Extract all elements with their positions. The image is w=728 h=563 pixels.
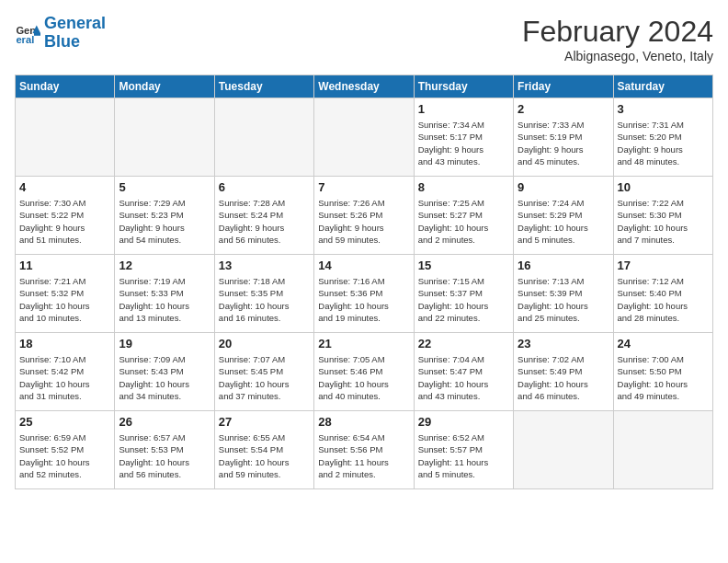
page-header: Gen eral General Blue February 2024 Albi… (15, 15, 713, 63)
calendar-cell: 18Sunrise: 7:10 AMSunset: 5:42 PMDayligh… (16, 333, 115, 411)
day-number: 4 (19, 180, 110, 194)
day-info: Sunrise: 7:02 AMSunset: 5:49 PMDaylight:… (518, 353, 609, 402)
day-number: 20 (219, 337, 310, 350)
day-info: Sunrise: 7:16 AMSunset: 5:36 PMDaylight:… (318, 275, 409, 324)
calendar-cell: 24Sunrise: 7:00 AMSunset: 5:50 PMDayligh… (613, 333, 712, 411)
day-number: 2 (518, 102, 609, 116)
day-info: Sunrise: 7:10 AMSunset: 5:42 PMDaylight:… (19, 353, 110, 402)
day-number: 29 (418, 415, 509, 429)
day-number: 7 (318, 180, 409, 194)
header-sunday: Sunday (16, 75, 115, 98)
calendar-cell: 22Sunrise: 7:04 AMSunset: 5:47 PMDayligh… (414, 333, 513, 411)
calendar-cell: 12Sunrise: 7:19 AMSunset: 5:33 PMDayligh… (115, 255, 214, 333)
day-info: Sunrise: 7:18 AMSunset: 5:35 PMDaylight:… (219, 275, 310, 324)
day-number: 6 (219, 180, 310, 194)
calendar-cell (214, 98, 313, 177)
day-info: Sunrise: 7:05 AMSunset: 5:46 PMDaylight:… (318, 353, 409, 402)
day-number: 21 (318, 337, 409, 350)
title-block: February 2024 Albignasego, Veneto, Italy (522, 15, 713, 63)
day-info: Sunrise: 7:24 AMSunset: 5:29 PMDaylight:… (518, 197, 609, 246)
calendar-cell: 19Sunrise: 7:09 AMSunset: 5:43 PMDayligh… (115, 333, 214, 411)
day-info: Sunrise: 7:15 AMSunset: 5:37 PMDaylight:… (418, 275, 509, 324)
day-number: 23 (518, 337, 609, 350)
day-number: 14 (318, 259, 409, 272)
day-info: Sunrise: 7:21 AMSunset: 5:32 PMDaylight:… (19, 275, 110, 324)
header-thursday: Thursday (414, 75, 513, 98)
week-row-2: 4Sunrise: 7:30 AMSunset: 5:22 PMDaylight… (16, 177, 713, 255)
calendar-cell: 26Sunrise: 6:57 AMSunset: 5:53 PMDayligh… (115, 411, 214, 489)
day-info: Sunrise: 6:59 AMSunset: 5:52 PMDaylight:… (19, 431, 110, 480)
calendar-cell: 4Sunrise: 7:30 AMSunset: 5:22 PMDaylight… (16, 177, 115, 255)
day-info: Sunrise: 6:52 AMSunset: 5:57 PMDaylight:… (418, 431, 509, 480)
day-info: Sunrise: 7:12 AMSunset: 5:40 PMDaylight:… (618, 275, 709, 324)
calendar-cell (613, 411, 712, 489)
calendar-cell: 14Sunrise: 7:16 AMSunset: 5:36 PMDayligh… (314, 255, 414, 333)
header-tuesday: Tuesday (214, 75, 313, 98)
logo-text-line2: Blue (44, 33, 106, 52)
calendar-table: SundayMondayTuesdayWednesdayThursdayFrid… (15, 75, 713, 489)
header-friday: Friday (514, 75, 613, 98)
day-number: 16 (518, 259, 609, 272)
day-number: 17 (618, 259, 709, 272)
header-wednesday: Wednesday (314, 75, 414, 98)
calendar-cell: 7Sunrise: 7:26 AMSunset: 5:26 PMDaylight… (314, 177, 414, 255)
day-info: Sunrise: 6:55 AMSunset: 5:54 PMDaylight:… (219, 431, 310, 480)
calendar-header-row: SundayMondayTuesdayWednesdayThursdayFrid… (16, 75, 713, 98)
week-row-3: 11Sunrise: 7:21 AMSunset: 5:32 PMDayligh… (16, 255, 713, 333)
day-info: Sunrise: 7:29 AMSunset: 5:23 PMDaylight:… (119, 197, 210, 246)
calendar-cell: 23Sunrise: 7:02 AMSunset: 5:49 PMDayligh… (514, 333, 613, 411)
logo-text-line1: General (44, 15, 106, 33)
month-title: February 2024 (522, 15, 713, 49)
day-number: 24 (618, 337, 709, 350)
day-number: 11 (19, 259, 110, 272)
day-number: 27 (219, 415, 310, 429)
day-info: Sunrise: 7:25 AMSunset: 5:27 PMDaylight:… (418, 197, 509, 246)
day-info: Sunrise: 7:26 AMSunset: 5:26 PMDaylight:… (318, 197, 409, 246)
week-row-1: 1Sunrise: 7:34 AMSunset: 5:17 PMDaylight… (16, 98, 713, 177)
calendar-cell: 17Sunrise: 7:12 AMSunset: 5:40 PMDayligh… (613, 255, 712, 333)
week-row-4: 18Sunrise: 7:10 AMSunset: 5:42 PMDayligh… (16, 333, 713, 411)
calendar-cell: 29Sunrise: 6:52 AMSunset: 5:57 PMDayligh… (414, 411, 513, 489)
day-number: 10 (618, 180, 709, 194)
day-number: 12 (119, 259, 210, 272)
day-info: Sunrise: 7:30 AMSunset: 5:22 PMDaylight:… (19, 197, 110, 246)
day-info: Sunrise: 7:33 AMSunset: 5:19 PMDaylight:… (518, 119, 609, 167)
day-number: 3 (618, 102, 709, 116)
day-number: 1 (418, 102, 509, 116)
calendar-cell: 28Sunrise: 6:54 AMSunset: 5:56 PMDayligh… (314, 411, 414, 489)
day-info: Sunrise: 7:04 AMSunset: 5:47 PMDaylight:… (418, 353, 509, 402)
day-number: 5 (119, 180, 210, 194)
svg-rect-3 (34, 33, 40, 36)
day-info: Sunrise: 7:31 AMSunset: 5:20 PMDaylight:… (618, 119, 709, 167)
week-row-5: 25Sunrise: 6:59 AMSunset: 5:52 PMDayligh… (16, 411, 713, 489)
day-info: Sunrise: 6:57 AMSunset: 5:53 PMDaylight:… (119, 431, 210, 480)
day-info: Sunrise: 7:22 AMSunset: 5:30 PMDaylight:… (618, 197, 709, 246)
calendar-cell: 5Sunrise: 7:29 AMSunset: 5:23 PMDaylight… (115, 177, 214, 255)
day-number: 25 (19, 415, 110, 429)
calendar-cell: 10Sunrise: 7:22 AMSunset: 5:30 PMDayligh… (613, 177, 712, 255)
calendar-cell: 20Sunrise: 7:07 AMSunset: 5:45 PMDayligh… (214, 333, 313, 411)
logo: Gen eral General Blue (15, 15, 106, 52)
header-monday: Monday (115, 75, 214, 98)
day-number: 28 (318, 415, 409, 429)
calendar-cell: 6Sunrise: 7:28 AMSunset: 5:24 PMDaylight… (214, 177, 313, 255)
calendar-cell: 9Sunrise: 7:24 AMSunset: 5:29 PMDaylight… (514, 177, 613, 255)
day-info: Sunrise: 7:28 AMSunset: 5:24 PMDaylight:… (219, 197, 310, 246)
day-number: 19 (119, 337, 210, 350)
day-info: Sunrise: 7:34 AMSunset: 5:17 PMDaylight:… (418, 119, 509, 167)
day-info: Sunrise: 7:00 AMSunset: 5:50 PMDaylight:… (618, 353, 709, 402)
location: Albignasego, Veneto, Italy (522, 49, 713, 63)
day-number: 15 (418, 259, 509, 272)
calendar-cell (314, 98, 414, 177)
day-info: Sunrise: 7:13 AMSunset: 5:39 PMDaylight:… (518, 275, 609, 324)
day-info: Sunrise: 6:54 AMSunset: 5:56 PMDaylight:… (318, 431, 409, 480)
calendar-cell (16, 98, 115, 177)
calendar-cell: 25Sunrise: 6:59 AMSunset: 5:52 PMDayligh… (16, 411, 115, 489)
day-number: 8 (418, 180, 509, 194)
day-number: 26 (119, 415, 210, 429)
calendar-cell: 13Sunrise: 7:18 AMSunset: 5:35 PMDayligh… (214, 255, 313, 333)
day-number: 22 (418, 337, 509, 350)
calendar-cell: 1Sunrise: 7:34 AMSunset: 5:17 PMDaylight… (414, 98, 513, 177)
calendar-cell: 3Sunrise: 7:31 AMSunset: 5:20 PMDaylight… (613, 98, 712, 177)
calendar-cell: 27Sunrise: 6:55 AMSunset: 5:54 PMDayligh… (214, 411, 313, 489)
